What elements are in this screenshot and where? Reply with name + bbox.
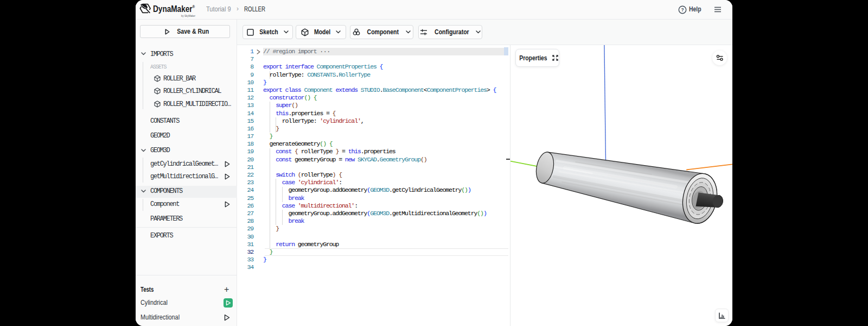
svg-text:?: ? xyxy=(681,7,684,12)
